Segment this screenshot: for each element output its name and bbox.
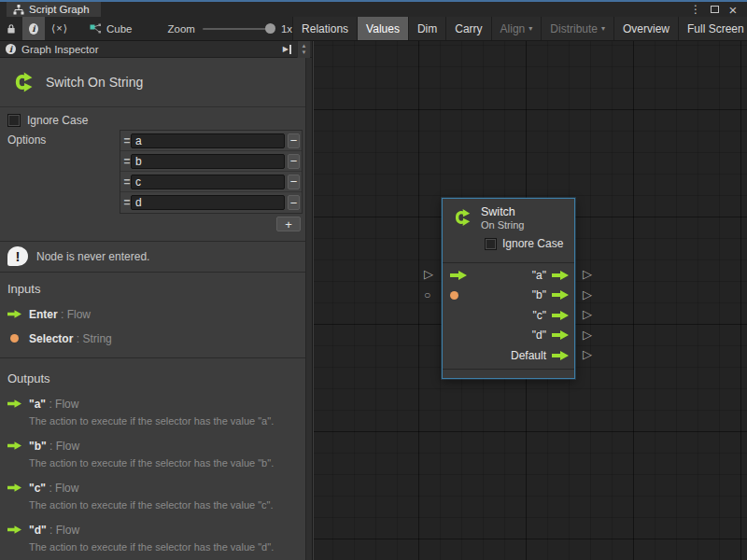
output-port-a: "a" : Flow [0,391,312,415]
dock-panel-icon[interactable]: ▶ [283,45,291,54]
distribute-button[interactable]: Distribute▾ [542,17,613,40]
relations-button[interactable]: Relations [293,17,357,40]
toolbar-buttons: Relations Values Dim Carry Align▾ Distri… [292,17,747,40]
node-body: "a" "b" "c" "d [443,263,574,369]
input-port-selector: Selector : String [0,326,312,350]
remove-option-button[interactable]: − [288,195,300,210]
options-section: Options = − = − = − = [0,129,312,233]
tab-script-graph[interactable]: Script Graph [7,2,101,17]
warning-box: ! Node is never entered. [0,241,312,273]
script-graph-icon [13,5,24,15]
option-input-c[interactable] [131,175,285,189]
warning-text: Node is never entered. [36,250,149,263]
remove-option-button[interactable]: − [288,175,300,189]
flow-port-icon [552,351,569,360]
option-input-b[interactable] [131,154,285,169]
lock-button[interactable] [0,17,22,40]
output-connector-icon[interactable]: ▷ [583,348,592,361]
graph-canvas[interactable]: Switch On String Ignore Case "a" [314,41,747,560]
output-connector-icon[interactable]: ▷ [583,268,592,281]
overview-button[interactable]: Overview [614,17,678,40]
drag-handle-icon[interactable]: = [122,196,131,209]
value-port-icon [10,334,19,343]
enter-connector-icon[interactable]: ▷ [424,268,433,281]
zoom-label: Zoom [168,23,195,35]
ignore-case-label: Ignore Case [27,114,88,127]
graph-inspector-title: Graph Inspector [21,44,98,55]
option-input-d[interactable] [131,195,285,210]
zoom-slider[interactable] [203,28,274,30]
chevron-down-icon: ▾ [601,24,605,33]
output-port-description: The action to execute if the selector ha… [0,499,312,517]
carry-button[interactable]: Carry [446,17,490,40]
switch-on-string-node[interactable]: Switch On String Ignore Case "a" [442,198,575,379]
drag-handle-icon[interactable]: = [122,175,131,189]
scroll-up-icon[interactable]: ▲ [302,43,307,49]
option-row: = − [120,151,302,172]
graph-reference[interactable]: Cube [75,17,142,40]
window-menu-icon[interactable]: ⋮ [689,3,702,16]
output-port-c: "c" : Flow [0,475,312,499]
tab-label: Script Graph [29,4,90,15]
output-connector-icon[interactable]: ▷ [583,308,592,321]
node-footer [443,370,574,378]
add-option-button[interactable]: + [276,217,301,231]
inputs-header: Inputs [0,279,312,301]
window-titlebar: Script Graph ⋮ × [0,0,747,17]
option-input-a[interactable] [131,133,285,148]
drag-handle-icon[interactable]: = [122,134,131,147]
flow-port-icon [552,290,569,300]
full-screen-button[interactable]: Full Screen [679,17,747,40]
node-output-port-a[interactable]: "a" [532,269,569,282]
zoom-control: Zoom 1x [142,17,293,40]
node-ignore-case-checkbox[interactable] [485,238,497,250]
code-view-button[interactable]: ⟨×⟩ [45,17,75,40]
window-maximize-icon[interactable] [708,3,721,16]
node-ignore-case-label: Ignore Case [502,237,563,250]
flow-port-icon [552,271,569,280]
dim-button[interactable]: Dim [409,17,445,40]
remove-option-button[interactable]: − [288,133,300,148]
zoom-slider-handle[interactable] [265,23,275,34]
outputs-header: Outputs [0,369,312,391]
output-port-b: "b" : Flow [0,433,312,457]
inspector-toggle-button[interactable]: i [22,17,45,40]
drag-handle-icon[interactable]: = [122,155,131,168]
values-button[interactable]: Values [358,17,408,40]
node-header: Switch On String Ignore Case [443,199,574,262]
output-connector-icon[interactable]: ▷ [583,329,592,342]
ignore-case-checkbox[interactable] [7,114,21,127]
output-port-description: The action to execute if the selector ha… [0,457,312,475]
output-connector-icon[interactable]: ▷ [583,288,592,301]
output-port-description: The action to execute if the selector ha… [0,415,312,433]
node-output-port-b[interactable]: "b" [532,288,569,301]
scroll-down-icon[interactable]: ▼ [302,49,307,55]
lock-icon [7,23,16,35]
flow-port-icon [7,399,21,408]
flow-port-icon [7,441,21,450]
node-selector-port[interactable] [450,291,458,300]
flow-port-icon [7,310,21,318]
inputs-section: Inputs Enter : Flow Selector : String [0,273,312,358]
node-port-row: "a" [443,265,574,286]
node-output-port-default[interactable]: Default [511,349,569,362]
window-close-icon[interactable]: × [726,3,740,16]
node-title: Switch [481,205,524,219]
outputs-section: Outputs "a" : Flow The action to execute… [0,358,312,560]
node-output-port-d[interactable]: "d" [532,329,569,342]
remove-option-button[interactable]: − [288,154,300,169]
node-subtitle: On String [481,219,524,231]
unit-title-block: Switch On String [0,58,312,107]
switch-icon [9,68,37,96]
node-port-row: Default [443,345,574,366]
node-output-port-c[interactable]: "c" [532,309,569,322]
info-icon: i [29,23,38,35]
option-row: = − [120,172,302,192]
node-enter-port[interactable] [450,271,467,280]
options-label: Options [7,133,46,147]
selector-connector-icon[interactable]: ○ [424,288,430,301]
code-icon: ⟨×⟩ [51,22,68,35]
flow-port-icon [552,330,569,340]
unit-title: Switch On String [46,75,143,90]
align-button[interactable]: Align▾ [492,17,542,40]
